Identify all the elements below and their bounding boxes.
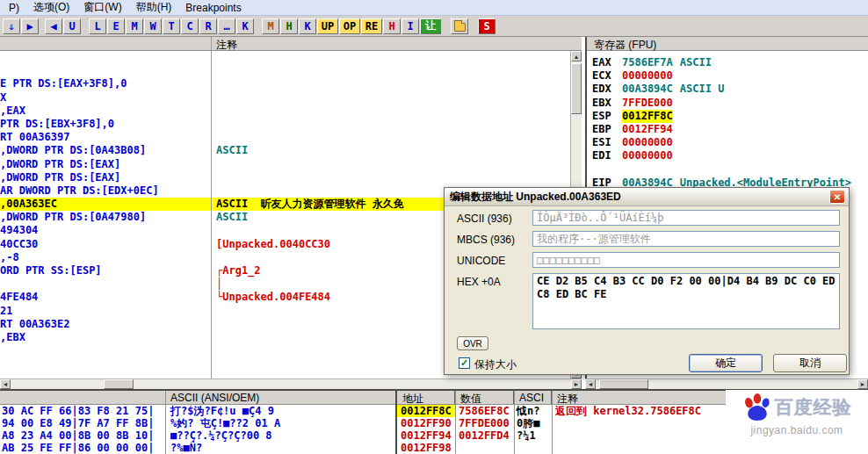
plugin-s-button[interactable]: S <box>478 18 495 34</box>
toolbar: ⇓▶◀ULEMWTCR…KMHKUPOPREHI让S <box>0 16 868 37</box>
hexdump-row[interactable]: A8 23 A4 00|8B 00 8B 10|■??Ç?.¼?Ç?Ç?00 8 <box>0 429 395 442</box>
keep-size-checkbox[interactable]: ✓ <box>459 357 470 369</box>
disasm-row[interactable]: X <box>0 91 570 104</box>
register-name: EBX <box>592 97 622 110</box>
log-window-button[interactable]: L <box>89 18 106 34</box>
memory-map-button[interactable]: M <box>126 18 143 34</box>
plugin-re-button[interactable]: RE <box>361 18 382 34</box>
hexdump-rows: 30 AC FF 66|83 F8 21 75|打?$沩?F¢!u ■Ç4 99… <box>0 405 395 454</box>
register-name: ESP <box>592 110 622 123</box>
call-stack-button[interactable]: K <box>236 18 254 34</box>
hexdump-row[interactable]: 94 00 E8 49|7F A7 FF 8B|%妁? 屯Ç!■??2 01 A <box>0 417 395 429</box>
cpu-window-button[interactable]: C <box>181 18 199 34</box>
register-row[interactable]: EAX7586EF7AASCII <box>587 56 868 69</box>
plugin-i-button[interactable]: I <box>401 18 419 34</box>
plugin-k-button[interactable]: K <box>299 18 316 34</box>
disasm-code: ,00A363EC <box>0 198 211 211</box>
disasm-code: RT 00A36397 <box>0 131 211 144</box>
registers-hscroll-thumb[interactable] <box>599 379 648 389</box>
mbcs-input[interactable]: 我的程序·-·源管理软件 <box>532 231 840 247</box>
disasm-hscrollbar[interactable]: ◄ ► <box>0 378 582 389</box>
stack-address: 0012FF94 <box>397 429 455 442</box>
scroll-right-icon[interactable]: ► <box>857 379 868 389</box>
scroll-left-icon[interactable]: ◄ <box>585 379 596 389</box>
scroll-up-icon[interactable]: ▲ <box>571 51 582 61</box>
run-button[interactable]: ▶ <box>21 18 39 34</box>
register-value: 0012FF8C <box>622 110 673 123</box>
back-button[interactable]: ◀ <box>45 18 62 34</box>
disasm-row[interactable]: RT 00A36397 <box>0 131 570 144</box>
stack-value: 7586EF8C <box>455 405 514 417</box>
baidu-logo-row: 百度经验 <box>742 393 852 422</box>
disasm-row[interactable] <box>0 64 570 77</box>
registers-hscrollbar[interactable]: ◄ ► <box>585 378 868 389</box>
scroll-right-icon[interactable]: ► <box>571 379 582 389</box>
disasm-row[interactable] <box>0 51 570 64</box>
disasm-code: ,DWORD PTR DS:[EAX] <box>0 171 211 184</box>
ollydbg-window: P)选项(O)窗口(W)帮助(H)Breakpoints ⇓▶◀ULEMWTCR… <box>0 0 868 454</box>
menubar: P)选项(O)窗口(W)帮助(H)Breakpoints <box>0 0 868 16</box>
disasm-code: 40CC30 <box>0 238 211 251</box>
stack-value: 0012FFD4 <box>455 429 514 442</box>
disasm-code: ,DWORD PTR DS:[0A43B08] <box>0 144 211 157</box>
plugin-op-button[interactable]: OP <box>339 18 360 34</box>
register-row[interactable]: ESP0012FF8C <box>587 110 868 123</box>
hex-bytes: A8 23 A4 00|8B 00 8B 10| <box>0 429 165 442</box>
disasm-row[interactable]: ,EAX <box>0 104 570 118</box>
close-icon[interactable]: ✕ <box>829 190 845 204</box>
plugin-h-button[interactable]: H <box>280 18 298 34</box>
register-row[interactable]: EDX00A3894CASCII U <box>587 83 868 96</box>
register-row[interactable]: EDI00000000 <box>587 149 868 162</box>
disasm-row[interactable]: ,DWORD PTR DS:[EAX] <box>0 158 570 171</box>
register-row[interactable]: EBP0012FF94 <box>587 123 868 136</box>
menu-item[interactable]: P) <box>2 1 26 15</box>
disasm-vscroll-thumb[interactable] <box>571 63 582 114</box>
scroll-left-icon[interactable]: ◄ <box>0 379 11 389</box>
ok-button[interactable]: 确定 <box>689 354 763 372</box>
menu-item[interactable]: 帮助(H) <box>129 0 179 16</box>
register-row[interactable] <box>587 163 868 177</box>
disasm-row[interactable]: E PTR DS:[EAX+3F8],0 <box>0 77 570 90</box>
disasm-hscroll-thumb[interactable] <box>104 379 134 389</box>
more-button[interactable]: … <box>218 18 235 34</box>
plugin-up-button[interactable]: UP <box>317 18 338 34</box>
baidu-watermark: 百度经验 jingyan.baidu.com <box>726 390 868 454</box>
references-button[interactable]: R <box>199 18 217 34</box>
executables-button[interactable]: E <box>107 18 125 34</box>
register-row[interactable]: EBX7FFDE000 <box>587 97 868 110</box>
load-button[interactable]: ⇓ <box>3 18 20 34</box>
threads-button[interactable]: T <box>163 18 180 34</box>
disasm-code: ,DWORD PTR DS:[0A47980] <box>0 211 211 224</box>
menu-item[interactable]: Breakpoints <box>178 1 248 15</box>
cancel-button[interactable]: 取消 <box>773 354 847 372</box>
hexdump-panel: ASCII (ANSI/OEM) 30 AC FF 66|83 F8 21 75… <box>0 389 395 454</box>
disasm-code: X <box>0 91 211 104</box>
hex-input[interactable]: CE D2 B5 C4 B3 CC D0 F2 00 00|D4 B4 B9 D… <box>532 273 840 329</box>
ovr-button[interactable]: OVR <box>457 336 488 350</box>
register-value: 00000000 <box>622 136 673 149</box>
plugin-m-button[interactable]: M <box>262 18 279 34</box>
check-icon: ✓ <box>460 358 468 368</box>
hexdump-row[interactable]: AB 25 FE FF|86 00 00 00|?%■Ñ? <box>0 442 395 454</box>
register-name: ECX <box>592 69 622 83</box>
windows-button[interactable]: W <box>144 18 162 34</box>
plugin-h2-button[interactable]: H <box>383 18 401 34</box>
disasm-code: ,EBX <box>0 331 211 344</box>
unicode-input[interactable]: □□□□□□□□□□ <box>532 252 840 268</box>
plugin-rang-button[interactable]: 让 <box>420 18 441 34</box>
hexdump-row[interactable]: 30 AC FF 66|83 F8 21 75|打?$沩?F¢!u ■Ç4 9 <box>0 405 395 417</box>
watermark-url: jingyan.baidu.com <box>750 424 843 436</box>
disasm-row[interactable]: ,DWORD PTR DS:[0A43B08]ASCII <box>0 144 570 157</box>
menu-item[interactable]: 选项(O) <box>26 0 76 16</box>
disasm-row[interactable]: PTR DS:[EBX+3F8],0 <box>0 118 570 131</box>
dialog-titlebar[interactable]: 编辑数据地址 Unpacked.00A363ED ✕ <box>445 188 849 206</box>
ascii-input[interactable]: ÎÒµÄ³ÌÐò..Ô´¹ÜÀíÈí¼þ <box>532 210 840 226</box>
stack-column-divider <box>552 391 553 454</box>
disasm-row[interactable]: ,DWORD PTR DS:[EAX] <box>0 171 570 184</box>
open-folder-button[interactable] <box>451 18 468 34</box>
register-row[interactable]: ESI00000000 <box>587 136 868 149</box>
hex-field-label: HEX +0A <box>457 276 501 288</box>
update-button[interactable]: U <box>63 18 81 34</box>
register-row[interactable]: ECX00000000 <box>587 69 868 83</box>
menu-item[interactable]: 窗口(W) <box>76 0 128 16</box>
